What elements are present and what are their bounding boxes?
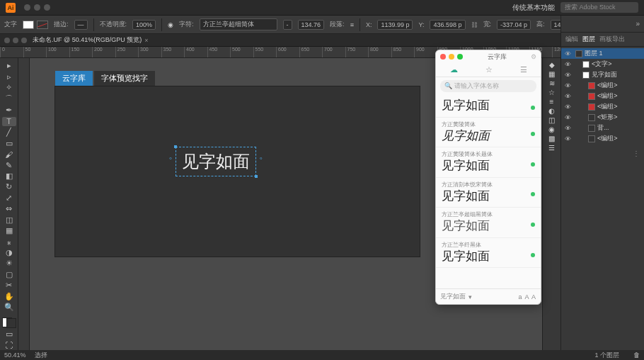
opacity-field[interactable]: 100% (132, 20, 156, 30)
font-item[interactable]: 见字如面 (436, 95, 541, 118)
layer-row[interactable]: 👁<矩形> (561, 112, 644, 123)
pen-tool[interactable]: ✒ (2, 106, 16, 115)
close-tab-icon[interactable]: × (144, 37, 148, 44)
size-toggle[interactable]: a A A (518, 293, 536, 300)
free-transform-tool[interactable]: ◫ (2, 215, 16, 224)
font-style-field[interactable]: - (283, 20, 292, 30)
layer-row[interactable]: 👁背... (561, 123, 644, 133)
doc-traffic-min[interactable] (13, 38, 18, 43)
scale-tool[interactable]: ⤢ (2, 193, 16, 203)
doc-traffic-max[interactable] (21, 38, 27, 43)
dropdown-icon[interactable]: ▾ (468, 293, 472, 300)
visibility-icon[interactable]: 👁 (564, 103, 571, 111)
layer-row[interactable]: 👁图层 1 (561, 48, 644, 59)
hand-tool[interactable]: ✋ (2, 291, 16, 300)
color-picker-icon[interactable]: ◉ (168, 21, 173, 28)
layer-row[interactable]: 👁<文字> (561, 59, 644, 69)
lasso-tool[interactable]: ⌒ (2, 94, 16, 104)
type-tool[interactable]: T (2, 117, 16, 126)
panel-close-icon[interactable] (440, 54, 446, 60)
artboard-tool[interactable]: ▢ (2, 270, 16, 279)
appearance-panel-icon[interactable]: ◉ (548, 125, 555, 133)
font-item[interactable]: 方正黄陵简体长题体见字如面 (436, 147, 541, 178)
visibility-icon[interactable]: 👁 (564, 72, 571, 79)
preview-text-field[interactable]: 见字如面 (440, 292, 466, 301)
font-item[interactable]: 方正兰亭纤黑体见字如面 (436, 238, 541, 269)
panel-menu-icon[interactable]: » (636, 20, 640, 28)
layer-row[interactable]: 👁<编组> (561, 91, 644, 101)
visibility-icon[interactable]: 👁 (564, 125, 571, 132)
visibility-icon[interactable]: 👁 (564, 82, 571, 89)
swatches-panel-icon[interactable]: ▦ (548, 70, 555, 78)
traffic-close[interactable] (24, 4, 30, 11)
panel-settings-icon[interactable]: ⚙ (531, 53, 536, 60)
panel-min-icon[interactable] (449, 54, 454, 60)
list-tab-icon[interactable]: ☰ (520, 65, 527, 74)
visibility-icon[interactable]: 👁 (564, 114, 571, 121)
stock-search[interactable]: 搜索 Adobe Stock (560, 2, 638, 13)
y-field[interactable]: 436.598 p (430, 20, 465, 30)
visibility-icon[interactable]: 👁 (564, 135, 571, 142)
stroke-panel-icon[interactable]: ≡ (550, 98, 554, 106)
wand-tool[interactable]: ✧ (2, 83, 16, 92)
traffic-min[interactable] (34, 4, 40, 11)
font-size-field[interactable]: 134.76 (298, 20, 325, 30)
anchor-left[interactable]: ◦ (169, 153, 172, 163)
font-family-field[interactable]: 方正兰亭超细简体 (200, 18, 277, 30)
gradient-tool[interactable]: ▦ (2, 226, 16, 235)
symbol-tool[interactable]: ☀ (2, 259, 16, 268)
change-screen-icon[interactable]: ⛶ (2, 341, 16, 350)
text-object[interactable]: ◦ 见字如面 ◦ (176, 147, 256, 176)
document-tab[interactable]: 未命名.UF @ 50.41%(RGB/GPU 预览) (33, 35, 142, 45)
layer-row[interactable]: 👁<编组> (561, 101, 644, 112)
rect-tool[interactable]: ▭ (2, 139, 16, 148)
layers-panel-icon[interactable]: ☰ (548, 144, 555, 152)
blend-tool[interactable]: ◑ (2, 248, 16, 257)
font-item[interactable]: 方正兰亭超细黑简体见字如面 (436, 208, 541, 238)
color-pair[interactable] (2, 317, 16, 328)
workspace-switcher[interactable]: 传统基本功能 (512, 3, 555, 13)
layer-row[interactable]: 👁见字如面 (561, 69, 644, 80)
gradient-panel-icon[interactable]: ◐ (548, 107, 555, 115)
zoom-tool[interactable]: 🔍 (2, 303, 16, 312)
ruler-horizontal[interactable]: 0501001502002503003504004505005506006507… (0, 47, 644, 58)
brushes-panel-icon[interactable]: ≋ (549, 79, 555, 87)
selection-tool[interactable]: ▸ (2, 61, 16, 70)
x-field[interactable]: 1139.99 p (377, 20, 413, 30)
graphic-styles-icon[interactable]: ▩ (548, 135, 555, 142)
eyedropper-tool[interactable]: ⁎ (2, 237, 16, 246)
direct-select-tool[interactable]: ▹ (2, 72, 16, 81)
traffic-max[interactable] (44, 4, 50, 11)
artboard[interactable]: 云字库 字体预览找字 ◦ 见字如面 ◦ (55, 86, 420, 257)
width-tool[interactable]: ⇔ (2, 204, 16, 213)
doc-traffic-close[interactable] (4, 38, 10, 43)
eraser-tool[interactable]: ◧ (2, 171, 16, 181)
stroke-swatch[interactable] (37, 21, 48, 29)
rotate-tool[interactable]: ↻ (2, 182, 16, 191)
brush-tool[interactable]: 🖌 (2, 150, 16, 159)
ruler-vertical[interactable] (18, 58, 30, 350)
slice-tool[interactable]: ✂ (2, 281, 16, 290)
zoom-level[interactable]: 50.41% (4, 351, 26, 359)
pencil-tool[interactable]: ✎ (2, 160, 16, 169)
font-cloud-panel[interactable]: 云字库 ⚙ ☁ ☆ ☰ 🔍 请输入字体名称 见字如面方正黄陵简体见字如面方正黄陵… (435, 50, 541, 305)
layer-row[interactable]: 👁<编组> (561, 80, 644, 91)
font-search[interactable]: 🔍 请输入字体名称 (440, 80, 536, 92)
visibility-icon[interactable]: 👁 (564, 50, 571, 57)
screen-mode-icon[interactable]: ▭ (2, 330, 16, 339)
link-icon[interactable]: ⛓ (471, 21, 478, 28)
panel-max-icon[interactable] (457, 54, 463, 60)
anchor-right[interactable]: ◦ (260, 153, 263, 163)
color-panel-icon[interactable]: ◆ (549, 61, 555, 69)
visibility-icon[interactable]: 👁 (564, 93, 571, 100)
layer-row[interactable]: 👁<编组> (561, 133, 644, 144)
tab-layers[interactable]: 图层 (582, 35, 595, 44)
align-left-icon[interactable]: ≡ (350, 21, 354, 28)
font-item[interactable]: 方正黄陵简体见字如面 (436, 118, 541, 148)
symbols-panel-icon[interactable]: ☆ (548, 89, 555, 96)
w-field[interactable]: -337.04 p (497, 20, 531, 30)
tab-artboard-export[interactable]: 画板导出 (599, 35, 625, 44)
font-item[interactable]: 方正清刻本悦宋简体见字如面 (436, 178, 541, 208)
fill-swatch[interactable] (23, 21, 34, 29)
visibility-icon[interactable]: 👁 (564, 61, 571, 68)
